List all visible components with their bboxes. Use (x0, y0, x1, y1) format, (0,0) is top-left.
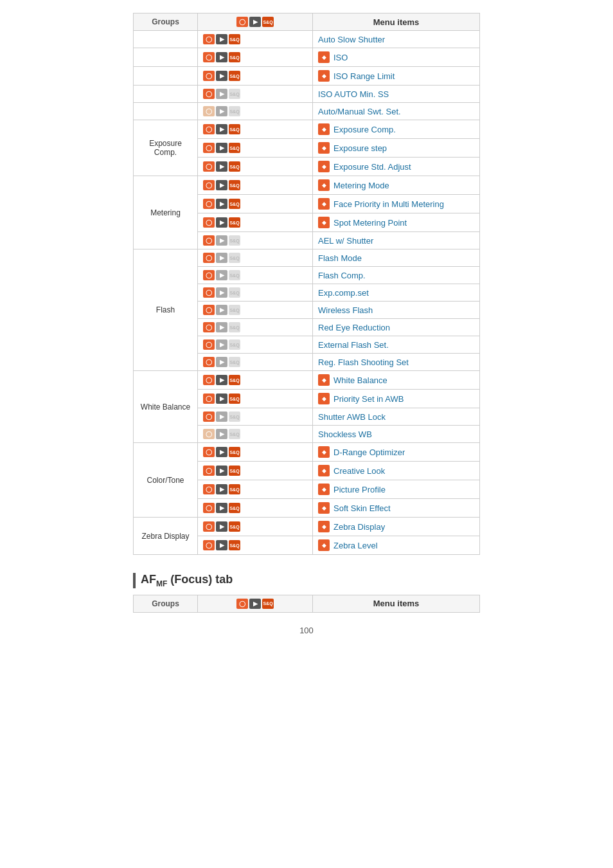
s8q-badge: S&Q (229, 466, 240, 476)
menu-cell: Reg. Flash Shooting Set (313, 354, 480, 371)
menu-item: External Flash Set. (318, 340, 474, 350)
photo-badge: ◯ (203, 429, 215, 439)
s8q-badge: S&Q (229, 447, 240, 457)
video-badge: ▶ (216, 466, 227, 476)
icons-cell: ◯ ▶ S&Q (198, 232, 313, 249)
menu-icon: ◆ (318, 51, 330, 63)
focus-col-menu: Menu items (313, 595, 480, 612)
video-badge: ▶ (216, 484, 227, 494)
menu-item: Reg. Flash Shooting Set (318, 357, 474, 367)
icons-cell: ◯ ▶ S&Q (198, 319, 313, 336)
photo-badge: ◯ (203, 270, 215, 280)
icons-cell: ◯ ▶ S&Q (198, 371, 313, 390)
menu-icon: ◆ (318, 374, 330, 386)
icons-cell: ◯ ▶ S&Q (198, 67, 313, 86)
menu-text: Creative Look (333, 466, 385, 476)
s8q-badge: S&Q (229, 540, 240, 550)
menu-cell: ◆ Metering Mode (313, 176, 480, 195)
menu-cell: ◆ Exposure step (313, 139, 480, 158)
icons-cell: ◯ ▶ S&Q (198, 120, 313, 139)
menu-icon: ◆ (318, 198, 330, 210)
video-badge: ▶ (216, 429, 227, 439)
photo-badge: ◯ (203, 322, 215, 332)
menu-text: Metering Mode (333, 181, 389, 190)
video-badge: ▶ (216, 411, 227, 422)
menu-icon: ◆ (318, 502, 330, 514)
video-badge: ▶ (216, 521, 227, 532)
menu-icon: ◆ (318, 161, 330, 172)
focus-col-icons: ◯ ▶ S&Q (198, 595, 313, 612)
menu-text: Reg. Flash Shooting Set (318, 357, 409, 367)
menu-icon: ◆ (318, 123, 330, 135)
menu-cell: Auto Slow Shutter (313, 31, 480, 48)
photo-badge: ◯ (203, 89, 215, 99)
photo-badge: ◯ (203, 253, 215, 263)
menu-item: Flash Mode (318, 253, 474, 263)
s8q-badge: S&Q (229, 180, 240, 190)
photo-badge: ◯ (203, 357, 215, 367)
icons-cell: ◯ ▶ S&Q (198, 408, 313, 426)
s8q-badge: S&Q (229, 34, 240, 44)
photo-badge: ◯ (203, 124, 215, 134)
menu-cell: ◆ ISO (313, 48, 480, 67)
menu-text: Zebra Level (333, 541, 378, 550)
icons-cell: ◯ ▶ S&Q (198, 139, 313, 158)
menu-item: ◆ Zebra Level (318, 539, 474, 551)
photo-badge: ◯ (203, 143, 215, 153)
video-badge: ▶ (216, 375, 227, 385)
menu-icon: ◆ (318, 465, 330, 476)
group-cell: Flash (134, 249, 198, 371)
s8q-badge: S&Q (229, 357, 240, 367)
menu-item: Shutter AWB Lock (318, 412, 474, 422)
video-badge: ▶ (216, 235, 227, 246)
menu-item: ◆ Metering Mode (318, 179, 474, 191)
photo-badge: ◯ (203, 393, 215, 404)
group-cell-empty (134, 48, 198, 67)
s8q-badge: S&Q (229, 253, 240, 263)
video-badge: ▶ (216, 124, 227, 134)
photo-badge: ◯ (203, 521, 215, 532)
photo-badge: ◯ (203, 180, 215, 190)
menu-cell: ◆ Face Priority in Multi Metering (313, 195, 480, 213)
photo-badge: ◯ (203, 161, 215, 172)
menu-icon: ◆ (318, 539, 330, 551)
menu-text: Wireless Flash (318, 305, 373, 315)
menu-cell: Shockless WB (313, 426, 480, 443)
video-badge: ▶ (216, 199, 227, 209)
icons-cell: ◯ ▶ S&Q (198, 284, 313, 302)
s8q-badge: S&Q (229, 89, 240, 99)
group-cell-empty (134, 86, 198, 103)
focus-section-header: AFMF (Focus) tab Groups ◯ ▶ S&Q Menu ite… (133, 573, 480, 613)
menu-item: ◆ Creative Look (318, 465, 474, 476)
icons-cell: ◯ ▶ S&Q (198, 86, 313, 103)
menu-item: ◆ Exposure Comp. (318, 123, 474, 135)
photo-icon-2: ◯ (236, 599, 248, 609)
group-cell: Exposure Comp. (134, 120, 198, 176)
menu-item: AEL w/ Shutter (318, 236, 474, 246)
menu-icon: ◆ (318, 484, 330, 495)
menu-text: ISO Range Limit (333, 71, 395, 81)
menu-item: ◆ Exposure Std. Adjust (318, 161, 474, 172)
menu-icon: ◆ (318, 446, 330, 458)
menu-item: ◆ ISO (318, 51, 474, 63)
s8q-badge: S&Q (229, 322, 240, 332)
menu-cell: ◆ Zebra Display (313, 518, 480, 536)
menu-cell: ◆ Exposure Comp. (313, 120, 480, 139)
group-cell-empty (134, 103, 198, 120)
group-cell-empty (134, 31, 198, 48)
menu-text: Exposure step (333, 143, 387, 153)
icons-cell: ◯ ▶ S&Q (198, 480, 313, 499)
icons-cell: ◯ ▶ S&Q (198, 426, 313, 443)
menu-item: ◆ D-Range Optimizer (318, 446, 474, 458)
focus-col-groups: Groups (134, 595, 198, 612)
table-row: Zebra Display ◯ ▶ S&Q ◆ Zebra Display (134, 518, 480, 536)
video-badge: ▶ (216, 217, 227, 228)
menu-item: ◆ Priority Set in AWB (318, 393, 474, 404)
icons-cell: ◯ ▶ S&Q (198, 336, 313, 354)
menu-cell: ◆ D-Range Optimizer (313, 443, 480, 462)
menu-item: ◆ ISO Range Limit (318, 70, 474, 82)
page-number: 100 (133, 626, 480, 635)
icons-cell: ◯ ▶ S&Q (198, 176, 313, 195)
menu-cell: Shutter AWB Lock (313, 408, 480, 426)
s8q-badge: S&Q (229, 235, 240, 246)
